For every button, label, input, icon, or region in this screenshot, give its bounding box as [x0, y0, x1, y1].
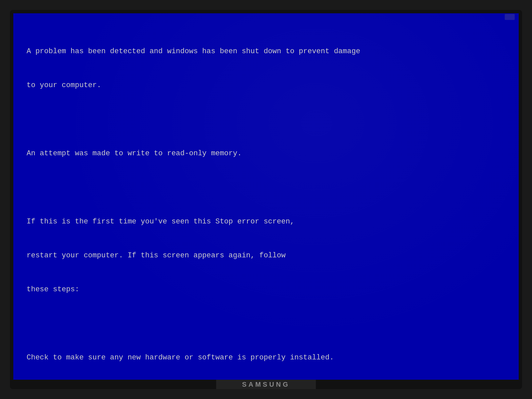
bsod-line-7: restart your computer. If this screen ap…: [27, 250, 505, 261]
bsod-line-8: these steps:: [27, 284, 505, 295]
bsod-blank-3: [27, 318, 505, 329]
corner-highlight: [505, 14, 515, 20]
monitor: A problem has been detected and windows …: [10, 10, 522, 389]
bsod-content: A problem has been detected and windows …: [27, 23, 505, 380]
bsod-blank-2: [27, 182, 505, 193]
bsod-line-6: If this is the first time you've seen th…: [27, 216, 505, 227]
bsod-screen: A problem has been detected and windows …: [13, 13, 519, 380]
bsod-blank-1: [27, 114, 505, 125]
monitor-brand-label: SAMSUNG: [242, 381, 290, 388]
bsod-line-1: A problem has been detected and windows …: [27, 46, 505, 57]
monitor-base: SAMSUNG: [216, 380, 316, 389]
bsod-line-4: An attempt was made to write to read-onl…: [27, 148, 505, 159]
bsod-line-10: Check to make sure any new hardware or s…: [27, 352, 505, 363]
bsod-line-2: to your computer.: [27, 80, 505, 91]
